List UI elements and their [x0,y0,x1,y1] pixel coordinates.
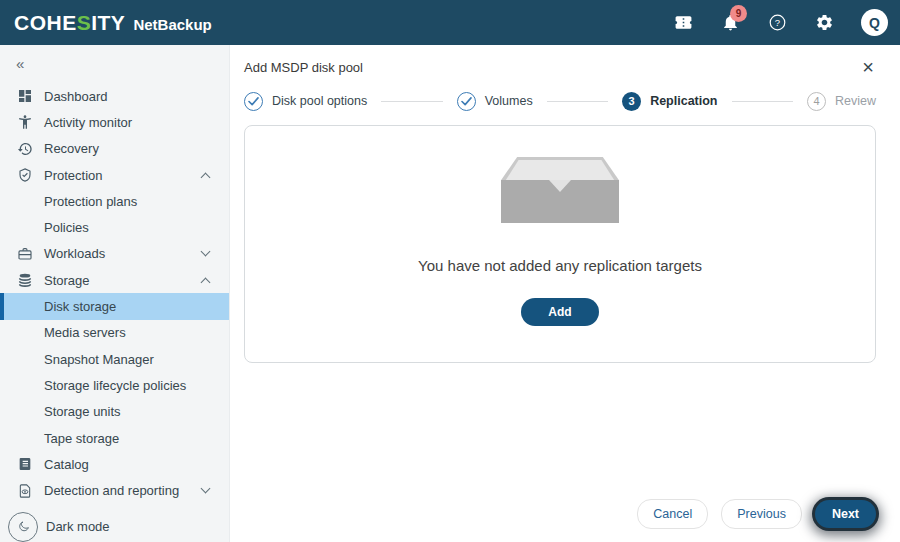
cancel-button[interactable]: Cancel [637,499,708,529]
step-number: 4 [807,92,826,111]
logo-text: COHESITY [14,11,125,35]
top-bar: COHESITY NetBackup 9? Q [0,0,900,45]
sidebar-item-label: Dashboard [44,89,229,104]
sidebar-item-label: Disk storage [44,299,229,314]
sidebar-item-catalog[interactable]: Catalog [0,451,229,477]
sidebar-item-label: Protection plans [44,194,229,209]
sidebar-item-storage-lifecycle-policies[interactable]: Storage lifecycle policies [0,372,229,398]
wizard-footer: Cancel Previous Next [244,499,876,542]
chevron-up-icon [201,172,211,182]
moon-icon [8,512,38,542]
sidebar-item-label: Detection and reporting [44,483,202,498]
sidebar-item-label: Media servers [44,325,229,340]
step-connector-line [381,101,442,102]
sidebar-item-dashboard[interactable]: Dashboard [0,83,229,109]
activity-monitor-icon [16,113,34,131]
sidebar-item-protection[interactable]: Protection [0,162,229,188]
sidebar-item-label: Storage lifecycle policies [44,378,229,393]
sidebar-item-storage-units[interactable]: Storage units [0,399,229,425]
dark-mode-toggle[interactable]: Dark mode [0,504,229,542]
sidebar-item-label: Protection [44,168,202,183]
sidebar-item-recovery[interactable]: Recovery [0,136,229,162]
sidebar-item-storage[interactable]: Storage [0,267,229,293]
step-label: Replication [650,94,717,108]
sidebar-item-label: Workloads [44,246,202,261]
sidebar-item-label: Tape storage [44,431,229,446]
notification-badge: 9 [730,5,747,22]
step-check-icon [244,92,263,111]
sidebar-item-activity-monitor[interactable]: Activity monitor [0,109,229,135]
help-icon[interactable]: ? [767,13,787,33]
sidebar-item-label: Activity monitor [44,115,229,130]
step-review[interactable]: 4Review [807,92,876,111]
protection-icon [16,166,34,184]
topbar-actions: 9? Q [673,9,888,36]
sidebar-collapse-icon[interactable]: « [0,45,229,79]
sidebar-item-label: Catalog [44,457,229,472]
wizard-stepper: Disk pool optionsVolumes3Replication4Rev… [244,90,876,112]
svg-text:?: ? [774,17,779,28]
workloads-icon [16,245,34,263]
recovery-icon [16,140,34,158]
sidebar-item-policies[interactable]: Policies [0,214,229,240]
sidebar-item-label: Policies [44,220,229,235]
user-avatar[interactable]: Q [861,9,888,36]
empty-tray-icon [501,157,619,223]
sidebar-item-protection-plans[interactable]: Protection plans [0,188,229,214]
gear-icon[interactable] [814,13,834,33]
sidebar-item-label: Storage units [44,404,229,419]
step-replication[interactable]: 3Replication [622,92,717,111]
wizard-header: Add MSDP disk pool × [244,45,876,77]
sidebar-item-workloads[interactable]: Workloads [0,241,229,267]
chevron-down-icon [201,484,211,494]
step-number: 3 [622,92,641,111]
sidebar-item-snapshot-manager[interactable]: Snapshot Manager [0,346,229,372]
step-connector-line [547,101,608,102]
replication-targets-card: You have not added any replication targe… [244,125,876,363]
sidebar-item-label: Storage [44,273,202,288]
sidebar-item-tape-storage[interactable]: Tape storage [0,425,229,451]
step-connector-line [732,101,793,102]
catalog-icon [16,455,34,473]
dark-mode-label: Dark mode [46,519,110,534]
step-volumes[interactable]: Volumes [457,92,533,111]
sidebar-item-media-servers[interactable]: Media servers [0,320,229,346]
main-content: Add MSDP disk pool × Disk pool optionsVo… [230,45,900,542]
cohesity-netbackup-logo[interactable]: COHESITY NetBackup [14,11,212,35]
previous-button[interactable]: Previous [721,499,802,529]
detection-reporting-icon [16,482,34,500]
chevron-up-icon [201,277,211,287]
sidebar-item-label: Recovery [44,141,229,156]
sidebar: « DashboardActivity monitorRecoveryProte… [0,45,230,542]
step-label: Review [835,94,876,108]
wizard-title: Add MSDP disk pool [244,60,363,75]
dashboard-icon [16,87,34,105]
sidebar-item-label: Snapshot Manager [44,352,229,367]
next-button[interactable]: Next [815,500,876,528]
product-name: NetBackup [133,16,211,33]
step-disk-pool-options[interactable]: Disk pool options [244,92,367,111]
chevron-down-icon [201,247,211,257]
bell-icon[interactable]: 9 [720,13,740,33]
ticket-icon[interactable] [673,13,693,33]
step-label: Disk pool options [272,94,367,108]
close-icon[interactable]: × [860,57,876,77]
empty-state-message: You have not added any replication targe… [418,257,702,274]
sidebar-item-disk-storage[interactable]: Disk storage [0,293,229,319]
storage-icon [16,271,34,289]
sidebar-item-detection-and-reporting[interactable]: Detection and reporting [0,477,229,503]
add-button[interactable]: Add [521,298,598,326]
sidebar-nav: DashboardActivity monitorRecoveryProtect… [0,79,229,504]
step-check-icon [457,92,476,111]
step-label: Volumes [485,94,533,108]
